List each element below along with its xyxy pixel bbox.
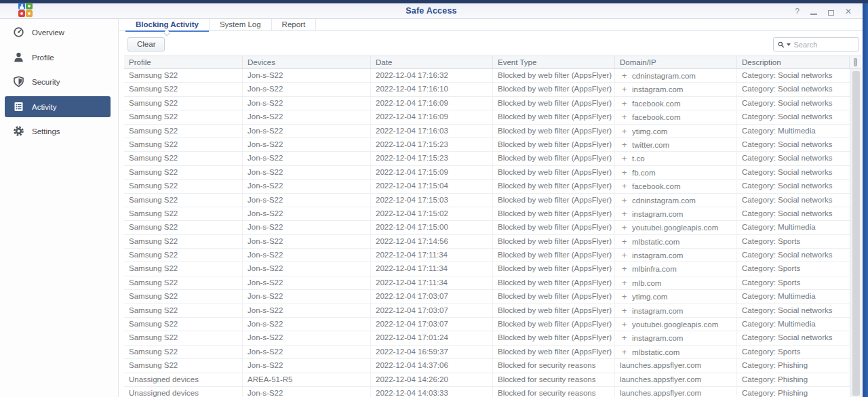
- cell-description: Category: Social networks: [737, 331, 850, 344]
- tab-system-log[interactable]: System Log: [210, 19, 272, 31]
- table-row[interactable]: Samsung S22 Jon-s-S22 2022-12-04 17:15:2…: [124, 152, 850, 165]
- table-row[interactable]: Samsung S22 Jon-s-S22 2022-12-04 17:16:3…: [124, 69, 850, 83]
- expand-domain-icon[interactable]: [620, 194, 629, 207]
- cell-profile: Samsung S22: [124, 138, 243, 151]
- cell-description: Category: Sports: [737, 235, 850, 248]
- cell-domain: facebook.com: [615, 180, 737, 192]
- expand-domain-icon[interactable]: [620, 262, 629, 275]
- expand-domain-icon[interactable]: [620, 235, 629, 248]
- expand-domain-icon[interactable]: [620, 249, 629, 262]
- cell-domain-text: instagram.com: [632, 85, 683, 93]
- search-options-caret-icon[interactable]: [787, 43, 791, 46]
- tab-report[interactable]: Report: [272, 19, 317, 31]
- scrollbar-thumb[interactable]: [852, 71, 860, 396]
- table-row[interactable]: Samsung S22 Jon-s-S22 2022-12-04 17:03:0…: [124, 304, 850, 318]
- expand-domain-icon[interactable]: [620, 69, 629, 82]
- cell-domain-text: youtubei.googleapis.com: [632, 224, 718, 232]
- sidebar-item-settings[interactable]: Settings: [5, 121, 111, 142]
- app-icon-tile-blue: [18, 3, 25, 9]
- expand-domain-icon[interactable]: [620, 138, 629, 151]
- cell-event-type: Blocked for security reasons: [493, 359, 615, 372]
- table-row[interactable]: Samsung S22 Jon-s-S22 2022-12-04 17:15:0…: [124, 166, 850, 180]
- sidebar-item-label: Settings: [32, 127, 60, 135]
- cell-event-type: Blocked by web filter (AppsFlyer): [493, 194, 615, 207]
- table-row[interactable]: Samsung S22 Jon-s-S22 2022-12-04 17:16:0…: [124, 125, 850, 138]
- sidebar-item-profile[interactable]: Profile: [5, 47, 111, 68]
- column-header-profile[interactable]: Profile: [124, 56, 243, 68]
- expand-domain-icon[interactable]: [620, 97, 629, 110]
- cell-description: Category: Multimedia: [737, 125, 850, 138]
- cell-domain: launches.appsflyer.com: [615, 387, 737, 397]
- cell-domain-text: facebook.com: [632, 182, 681, 190]
- expand-domain-icon[interactable]: [620, 110, 629, 123]
- table-row[interactable]: Samsung S22 Jon-s-S22 2022-12-04 17:14:5…: [124, 235, 850, 249]
- expand-domain-icon[interactable]: [620, 221, 629, 234]
- expand-domain-icon[interactable]: [620, 166, 629, 179]
- cell-domain-text: instagram.com: [632, 307, 683, 315]
- expand-domain-icon[interactable]: [620, 346, 629, 358]
- maximize-icon[interactable]: [828, 10, 834, 16]
- help-icon[interactable]: ?: [795, 6, 800, 17]
- column-header-domain-ip[interactable]: Domain/IP: [615, 56, 737, 68]
- search-box[interactable]: [773, 37, 859, 51]
- cell-devices: Jon-s-S22: [243, 138, 371, 151]
- search-input[interactable]: [794, 41, 855, 49]
- column-header-description[interactable]: Description: [737, 56, 850, 68]
- tab-blocking-activity[interactable]: Blocking Activity: [125, 19, 210, 31]
- expand-domain-icon[interactable]: [620, 276, 629, 289]
- cell-profile: Samsung S22: [124, 235, 243, 248]
- cell-description: Category: Social networks: [737, 207, 850, 220]
- column-header-event-type[interactable]: Event Type: [493, 56, 615, 68]
- expand-domain-icon[interactable]: [620, 207, 629, 220]
- table-row[interactable]: Samsung S22 Jon-s-S22 2022-12-04 16:59:3…: [124, 346, 850, 359]
- table-row[interactable]: Samsung S22 Jon-s-S22 2022-12-04 17:16:0…: [124, 110, 850, 124]
- cell-domain-text: youtubei.googleapis.com: [632, 320, 718, 329]
- column-header-date[interactable]: Date: [371, 56, 493, 68]
- column-header-devices[interactable]: Devices: [243, 56, 371, 68]
- table-row[interactable]: Samsung S22 Jon-s-S22 2022-12-04 17:01:2…: [124, 331, 850, 345]
- sidebar-item-overview[interactable]: Overview: [5, 22, 111, 43]
- table-row[interactable]: Samsung S22 Jon-s-S22 2022-12-04 17:15:0…: [124, 180, 850, 193]
- cell-description: Category: Sports: [737, 346, 850, 358]
- table-row[interactable]: Samsung S22 Jon-s-S22 2022-12-04 17:03:0…: [124, 290, 850, 304]
- expand-domain-icon[interactable]: [620, 83, 629, 96]
- table-row[interactable]: Samsung S22 Jon-s-S22 2022-12-04 14:37:0…: [124, 359, 850, 373]
- cell-domain-text: instagram.com: [632, 334, 683, 342]
- table-row[interactable]: Samsung S22 Jon-s-S22 2022-12-04 17:15:2…: [124, 138, 850, 152]
- cell-domain-text: ytimg.com: [632, 293, 667, 301]
- table-row[interactable]: Samsung S22 Jon-s-S22 2022-12-04 17:15:0…: [124, 207, 850, 221]
- table-row[interactable]: Samsung S22 Jon-s-S22 2022-12-04 17:11:3…: [124, 276, 850, 290]
- sidebar-item-security[interactable]: Security: [5, 71, 111, 92]
- column-settings-button[interactable]: [850, 56, 861, 68]
- cell-description: Category: Social networks: [737, 166, 850, 179]
- cell-description: Category: Sports: [737, 276, 850, 289]
- table-row[interactable]: Samsung S22 Jon-s-S22 2022-12-04 17:11:3…: [124, 262, 850, 276]
- expand-domain-icon[interactable]: [620, 125, 629, 138]
- cell-event-type: Blocked by web filter (AppsFlyer): [493, 276, 615, 289]
- expand-domain-icon[interactable]: [620, 180, 629, 192]
- minimize-icon[interactable]: [810, 14, 817, 15]
- expand-domain-icon[interactable]: [620, 318, 629, 331]
- table-row[interactable]: Samsung S22 Jon-s-S22 2022-12-04 17:11:3…: [124, 249, 850, 262]
- sidebar: Overview Profile Security Activity Setti…: [0, 19, 119, 397]
- cell-event-type: Blocked by web filter (AppsFlyer): [493, 125, 615, 138]
- expand-domain-icon[interactable]: [620, 331, 629, 344]
- expand-domain-icon[interactable]: [620, 152, 629, 165]
- cell-domain: t.co: [615, 152, 737, 165]
- sidebar-item-activity[interactable]: Activity: [5, 96, 111, 117]
- cell-devices: Jon-s-S22: [243, 194, 371, 207]
- table-row[interactable]: Samsung S22 Jon-s-S22 2022-12-04 17:15:0…: [124, 194, 850, 207]
- table-row[interactable]: Samsung S22 Jon-s-S22 2022-12-04 17:16:1…: [124, 83, 850, 96]
- close-icon[interactable]: ✕: [845, 6, 852, 17]
- clear-button[interactable]: Clear: [127, 37, 165, 51]
- table-row[interactable]: Samsung S22 Jon-s-S22 2022-12-04 17:16:0…: [124, 97, 850, 110]
- table-row[interactable]: Samsung S22 Jon-s-S22 2022-12-04 17:15:0…: [124, 221, 850, 234]
- table-row[interactable]: Samsung S22 Jon-s-S22 2022-12-04 17:03:0…: [124, 318, 850, 331]
- cell-event-type: Blocked by web filter (AppsFlyer): [493, 221, 615, 234]
- table-row[interactable]: Unassigned devices Jon-s-S22 2022-12-04 …: [124, 387, 850, 397]
- cell-event-type: Blocked by web filter (AppsFlyer): [493, 318, 615, 331]
- expand-domain-icon[interactable]: [620, 290, 629, 303]
- vertical-scrollbar[interactable]: [850, 69, 862, 397]
- expand-domain-icon[interactable]: [620, 304, 629, 317]
- table-row[interactable]: Unassigned devices AREA-51-R5 2022-12-04…: [124, 373, 850, 387]
